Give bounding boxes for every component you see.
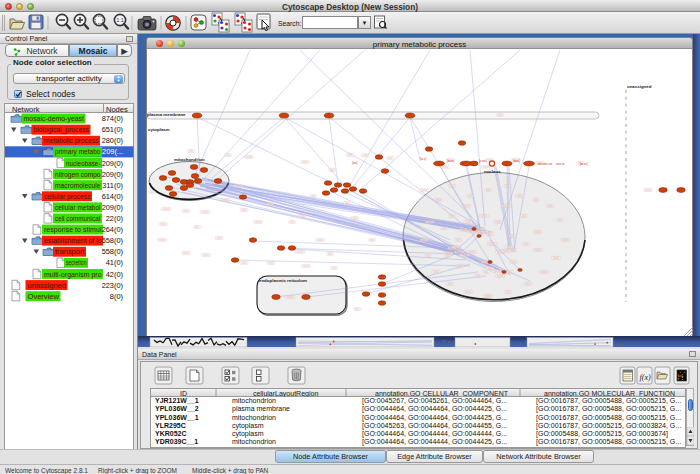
svg-text:558(0): 558(0) <box>102 236 123 245</box>
svg-text:651(0): 651(0) <box>102 125 123 134</box>
svg-text:nitrogen compo: nitrogen compo <box>55 170 101 179</box>
svg-text:response to stimul: response to stimul <box>44 225 102 234</box>
svg-text:transport: transport <box>55 247 85 256</box>
svg-text:mitochondrion: mitochondrion <box>174 157 205 162</box>
svg-text:280(0): 280(0) <box>102 136 123 145</box>
svg-text:metabolic process: metabolic process <box>44 136 99 145</box>
svg-text:22(0): 22(0) <box>106 214 123 223</box>
svg-text:cell communicat: cell communicat <box>55 214 101 223</box>
svg-text:1:1: 1:1 <box>116 17 124 23</box>
svg-text:nucleobase-: nucleobase- <box>66 159 101 168</box>
svg-text:[xx xx]: [xx xx] <box>447 159 455 163</box>
svg-text:874(0): 874(0) <box>102 114 123 123</box>
svg-text:mosaic-demo-yeast: mosaic-demo-yeast <box>24 114 85 123</box>
svg-text:secretion: secretion <box>66 258 87 267</box>
svg-text:Overview: Overview <box>28 292 60 301</box>
svg-text:209(0): 209(0) <box>102 170 123 179</box>
svg-text:f(x): f(x) <box>640 373 651 382</box>
svg-text:[xxxx]: [xxxx] <box>513 159 520 163</box>
svg-text:209(...: 209(... <box>102 147 123 156</box>
svg-text:cellular process: cellular process <box>44 192 91 201</box>
svg-text:209(0): 209(0) <box>102 203 123 212</box>
svg-text:[xxx]: [xxx] <box>352 161 358 165</box>
svg-text:558(0): 558(0) <box>102 247 123 256</box>
svg-text:311(0): 311(0) <box>102 181 123 190</box>
svg-text:Search:: Search: <box>278 20 302 27</box>
svg-text:8(0): 8(0) <box>110 292 123 301</box>
svg-text:biological_process: biological_process <box>34 125 90 134</box>
svg-text:establishment of lo: establishment of lo <box>44 236 102 245</box>
svg-text:xxx xxxx xxx: xxx xxxx xxx <box>538 163 553 166</box>
svg-text:primary metabo: primary metabo <box>55 147 101 156</box>
svg-text:unassigned: unassigned <box>28 281 67 290</box>
svg-text:264(0): 264(0) <box>102 225 123 234</box>
svg-text:223(0): 223(0) <box>102 281 123 290</box>
svg-text:plasma membrane: plasma membrane <box>147 112 186 117</box>
svg-text:macromolecule: macromolecule <box>55 181 101 190</box>
svg-text:42(0): 42(0) <box>106 270 123 279</box>
svg-text:209(0): 209(0) <box>102 159 123 168</box>
svg-text:multi-organism pro: multi-organism pro <box>44 270 102 279</box>
svg-text:cellular metabol: cellular metabol <box>55 203 101 212</box>
svg-text:614(0): 614(0) <box>102 192 123 201</box>
svg-text:[xx xx]: [xx xx] <box>580 162 588 166</box>
svg-text:xxxx xx: xxxx xx <box>556 163 565 166</box>
svg-text:unassigned: unassigned <box>627 84 652 89</box>
svg-text:[xx x]: [xx x] <box>420 157 426 161</box>
svg-text:endoplasmic reticulum: endoplasmic reticulum <box>259 278 307 283</box>
svg-text:cytoplasm: cytoplasm <box>148 127 170 132</box>
svg-text:41(0): 41(0) <box>106 258 123 267</box>
svg-text:[x xxx]: [x xxx] <box>479 159 487 163</box>
svg-text:nucleus: nucleus <box>484 169 501 174</box>
